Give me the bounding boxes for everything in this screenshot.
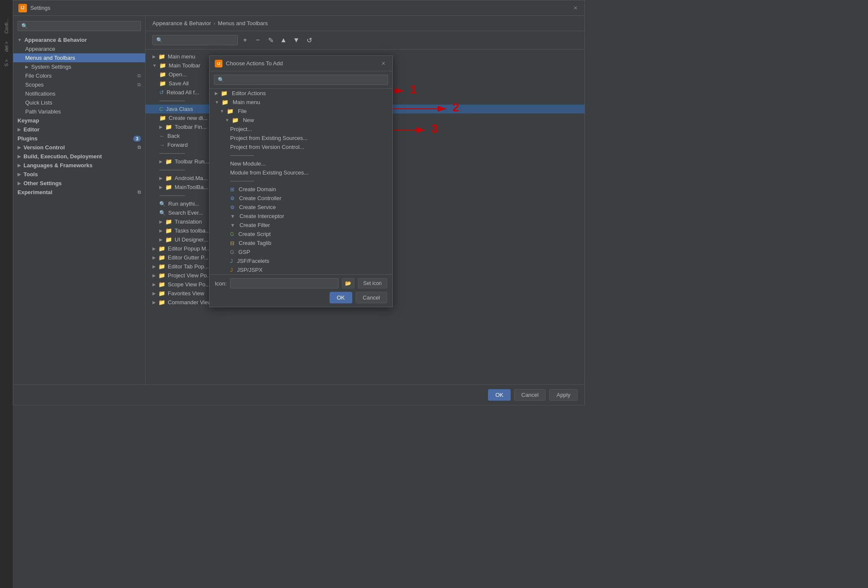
modal-search-container bbox=[210, 71, 392, 89]
sidebar-search-input[interactable] bbox=[18, 21, 141, 31]
tree-item-label: Search Ever... bbox=[168, 210, 203, 216]
chevron-right-icon: ▶ bbox=[159, 219, 163, 224]
sidebar-item-tools[interactable]: ▶ Tools bbox=[13, 170, 145, 179]
sidebar-item-system-settings[interactable]: ▶ System Settings bbox=[13, 62, 145, 71]
window-titlebar: IJ Settings × bbox=[13, 0, 585, 16]
modal-tree-item-create-service[interactable]: ⚙ Create Service bbox=[210, 203, 392, 212]
sidebar-item-version-control[interactable]: ▶ Version Control ⧉ bbox=[13, 143, 145, 152]
modal-tree-item-create-domain[interactable]: ⊞ Create Domain bbox=[210, 185, 392, 194]
tree-item-label: Java Class bbox=[166, 106, 193, 112]
modal-tree-item-project-vcs[interactable]: Project from Version Control... bbox=[210, 143, 392, 151]
sidebar-item-menus-toolbars[interactable]: Menus and Toolbars bbox=[13, 53, 145, 62]
cancel-button[interactable]: Cancel bbox=[514, 389, 546, 401]
toolbar-search-input[interactable] bbox=[152, 35, 238, 45]
modal-tree-item-gsp[interactable]: G GSP bbox=[210, 247, 392, 256]
sidebar-item-experimental[interactable]: Experimental ⧉ bbox=[13, 188, 145, 197]
modal-close-button[interactable]: × bbox=[380, 60, 387, 67]
app-icon: IJ bbox=[18, 4, 27, 12]
apply-button[interactable]: Apply bbox=[549, 389, 578, 401]
sidebar-item-build-execution[interactable]: ▶ Build, Execution, Deployment bbox=[13, 152, 145, 161]
chevron-right-icon: ▶ bbox=[18, 145, 21, 150]
remove-button[interactable]: − bbox=[252, 35, 263, 46]
modal-tree-item-module-existing[interactable]: Module from Existing Sources... bbox=[210, 168, 392, 177]
modal-tree-item-create-controller[interactable]: ⚙ Create Controller bbox=[210, 194, 392, 203]
move-down-button[interactable]: ▼ bbox=[291, 35, 302, 46]
tree-item-label: Editor Gutter P... bbox=[168, 254, 208, 261]
set-icon-button[interactable]: Set icon bbox=[358, 278, 387, 288]
sidebar-item-languages-frameworks[interactable]: ▶ Languages & Frameworks bbox=[13, 161, 145, 170]
close-button[interactable]: × bbox=[572, 4, 579, 12]
folder-icon: 📁 bbox=[159, 80, 166, 87]
chevron-right-icon: ▶ bbox=[152, 291, 156, 296]
tree-item-label: Main menu bbox=[168, 53, 195, 60]
chevron-right-icon: ▶ bbox=[159, 228, 163, 233]
sidebar-item-appearance-behavior[interactable]: ▼ Appearance & Behavior bbox=[13, 35, 145, 44]
chevron-right-icon: ▶ bbox=[152, 273, 156, 278]
reset-button[interactable]: ↺ bbox=[304, 35, 315, 46]
breadcrumb-bar: Appearance & Behavior › Menus and Toolba… bbox=[146, 16, 585, 31]
left-tab-config[interactable]: Confi... bbox=[3, 17, 10, 35]
chevron-right-icon: ▶ bbox=[152, 300, 156, 305]
sidebar-item-keymap[interactable]: Keymap bbox=[13, 116, 145, 125]
sidebar-item-editor[interactable]: ▶ Editor bbox=[13, 125, 145, 134]
modal-search-input[interactable] bbox=[214, 75, 388, 85]
sidebar-item-notifications[interactable]: Notifications bbox=[13, 89, 145, 98]
modal-tree-item-create-filter[interactable]: ▼ Create Filter bbox=[210, 221, 392, 230]
chevron-down-icon: ▼ bbox=[18, 38, 22, 42]
modal-footer-bar: Icon: 📂 Set icon OK Cancel bbox=[210, 274, 392, 307]
filter-icon: ▼ bbox=[230, 213, 235, 219]
modal-tree-item-jsp-jspx[interactable]: J JSP/JSPX bbox=[210, 265, 392, 274]
chevron-right-icon: ▶ bbox=[159, 125, 163, 129]
folder-icon: 📁 bbox=[158, 281, 165, 288]
modal-tree-item-create-taglib[interactable]: ⊟ Create Taglib bbox=[210, 239, 392, 247]
sidebar-item-path-variables[interactable]: Path Variables bbox=[13, 107, 145, 116]
sidebar-label: Quick Lists bbox=[25, 99, 53, 106]
modal-tree-item-create-script[interactable]: G Create Script bbox=[210, 230, 392, 239]
modal-tree: ▶ 📁 Editor Actions ▼ 📁 Main menu ▼ 📁 Fil… bbox=[210, 89, 392, 274]
chevron-down-icon: ▼ bbox=[152, 63, 157, 68]
modal-tree-item-main-menu[interactable]: ▼ 📁 Main menu bbox=[210, 98, 392, 107]
folder-icon: 📁 bbox=[165, 124, 172, 130]
icon-label-text: Icon: bbox=[215, 280, 227, 287]
sidebar-item-plugins[interactable]: Plugins 3 bbox=[13, 134, 145, 143]
browse-icon-button[interactable]: 📂 bbox=[342, 278, 354, 288]
sidebar-label: Version Control bbox=[23, 144, 65, 151]
copy-icon: ⧉ bbox=[137, 73, 141, 79]
modal-tree-item-project[interactable]: Project... bbox=[210, 125, 392, 134]
sidebar-label: Languages & Frameworks bbox=[23, 162, 93, 169]
add-button[interactable]: + bbox=[240, 35, 251, 46]
tree-item-label: Open... bbox=[169, 71, 187, 78]
sidebar-item-scopes[interactable]: Scopes ⧉ bbox=[13, 80, 145, 89]
modal-tree-item-create-interceptor[interactable]: ▼ Create Interceptor bbox=[210, 212, 392, 221]
left-tab-s[interactable]: S > bbox=[3, 58, 10, 68]
sidebar-item-quick-lists[interactable]: Quick Lists bbox=[13, 98, 145, 107]
modal-tree-item-file[interactable]: ▼ 📁 File bbox=[210, 107, 392, 116]
copy-icon: ⧉ bbox=[137, 145, 141, 150]
modal-tree-item-jsf-facelets[interactable]: J JSF/Facelets bbox=[210, 256, 392, 265]
modal-action-row: OK Cancel bbox=[215, 292, 387, 303]
modal-tree-item-project-existing[interactable]: Project from Existing Sources... bbox=[210, 134, 392, 143]
modal-item-label: Module from Existing Sources... bbox=[230, 169, 309, 176]
modal-item-label: Create Domain bbox=[239, 186, 276, 192]
modal-tree-item-new-module[interactable]: New Module... bbox=[210, 159, 392, 168]
modal-tree-item-editor-actions[interactable]: ▶ 📁 Editor Actions bbox=[210, 89, 392, 98]
tree-item-label: Create new di... bbox=[169, 115, 208, 121]
left-tab-del[interactable]: del > bbox=[3, 40, 10, 53]
sidebar-item-other-settings[interactable]: ▶ Other Settings bbox=[13, 179, 145, 188]
chevron-right-icon: ▶ bbox=[159, 176, 163, 180]
modal-tree-item-new[interactable]: ▼ 📁 New bbox=[210, 116, 392, 125]
edit-button[interactable]: ✎ bbox=[265, 35, 276, 46]
modal-cancel-button[interactable]: Cancel bbox=[356, 292, 387, 303]
modal-item-label: New bbox=[243, 117, 254, 123]
modal-item-label: Create Script bbox=[238, 231, 271, 237]
sidebar-label: File Colors bbox=[25, 73, 52, 79]
modal-ok-button[interactable]: OK bbox=[330, 292, 352, 303]
chevron-right-icon: ▶ bbox=[215, 91, 218, 96]
move-up-button[interactable]: ▲ bbox=[278, 35, 289, 46]
sidebar-item-file-colors[interactable]: File Colors ⧉ bbox=[13, 71, 145, 80]
sidebar-item-appearance[interactable]: Appearance bbox=[13, 44, 145, 53]
tree-item-label: Forward bbox=[167, 142, 188, 148]
ok-button[interactable]: OK bbox=[488, 389, 511, 401]
chevron-right-icon: ▶ bbox=[152, 282, 156, 287]
icon-input[interactable] bbox=[230, 278, 338, 288]
